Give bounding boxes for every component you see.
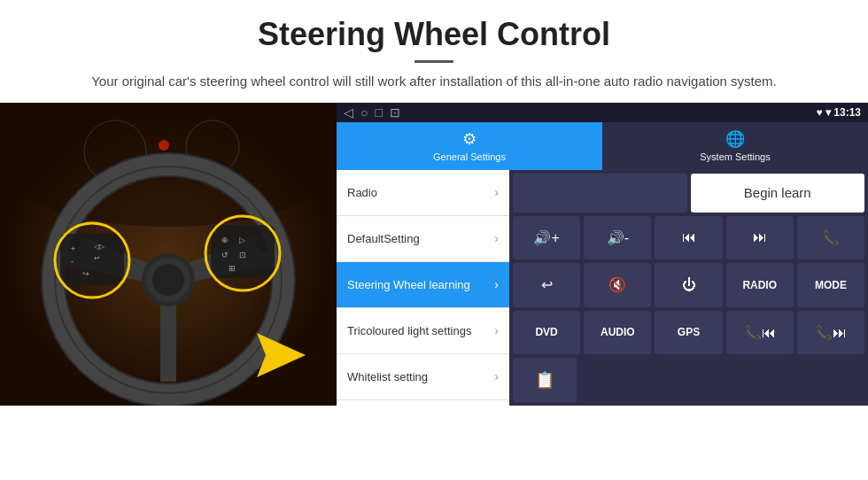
back-nav-icon[interactable]: ◁ <box>344 105 353 120</box>
svg-text:↪: ↪ <box>82 269 89 278</box>
menu-item-default-label: DefaultSetting <box>347 232 420 245</box>
menu-item-radio-label: Radio <box>347 186 377 199</box>
svg-text:⊕: ⊕ <box>221 236 229 244</box>
general-settings-icon: ⚙ <box>462 129 477 149</box>
phone-next-button[interactable]: 📞⏭ <box>797 311 864 355</box>
system-settings-icon: 🌐 <box>725 129 745 149</box>
menu-item-tricoloured-label: Tricoloured light settings <box>347 324 471 337</box>
chevron-icon-2: › <box>494 231 499 245</box>
android-ui: ◁ ○ □ ⊡ ♥ ▾ 13:13 ⚙ General Settings 🌐 S… <box>337 103 868 406</box>
controls-row-1: 🔊+ 🔊- ⏮ ⏭ 📞 <box>513 216 864 260</box>
vol-up-icon: 🔊+ <box>533 229 559 246</box>
svg-text:◁▷: ◁▷ <box>94 243 105 251</box>
prev-icon: ⏮ <box>682 229 696 245</box>
svg-point-4 <box>159 140 169 151</box>
phone-button[interactable]: 📞 <box>797 216 864 260</box>
begin-learn-button[interactable]: Begin learn <box>691 174 865 213</box>
begin-learn-row: Begin learn <box>513 174 864 213</box>
power-icon: ⏻ <box>682 277 696 293</box>
gps-label: GPS <box>678 326 700 338</box>
svg-text:↩: ↩ <box>94 254 100 262</box>
hang-up-icon: ↩ <box>541 276 553 293</box>
steering-wheel-container: + - ◁▷ ↩ ↪ ⊕ ▷ ↺ ⊡ ⊞ <box>0 103 337 406</box>
prev-track-button[interactable]: ⏮ <box>655 216 722 260</box>
page-subtitle: Your original car's steering wheel contr… <box>53 72 815 92</box>
chevron-icon-4: › <box>494 323 499 337</box>
right-controls-panel: Begin learn 🔊+ 🔊- ⏮ <box>509 170 868 406</box>
phone-prev-icon: 📞⏮ <box>744 324 776 341</box>
doc-button[interactable]: 📋 <box>513 358 577 402</box>
mute-icon: 🔇 <box>608 276 626 293</box>
svg-text:⊡: ⊡ <box>239 251 246 259</box>
menu-item-radio[interactable]: Radio › <box>337 170 509 216</box>
svg-point-10 <box>152 264 184 296</box>
clock: 13:13 <box>833 106 861 119</box>
chevron-icon-3: › <box>494 277 499 291</box>
chevron-icon: › <box>494 185 499 199</box>
svg-text:↺: ↺ <box>221 251 229 259</box>
controls-row-2: ↩ 🔇 ⏻ RADIO MODE <box>513 263 864 307</box>
audio-button[interactable]: AUDIO <box>584 311 651 355</box>
menu-item-steering-wheel[interactable]: Steering Wheel learning › <box>337 262 509 308</box>
title-divider <box>415 60 453 63</box>
doc-icon: 📋 <box>535 370 554 390</box>
chevron-icon-5: › <box>494 369 499 383</box>
menu-nav-icon[interactable]: ⊡ <box>390 105 400 120</box>
empty-input-box <box>513 174 687 213</box>
signal-icon: ♥ ▾ <box>816 106 830 119</box>
controls-row-3: DVD AUDIO GPS 📞⏮ 📞⏭ <box>513 311 864 355</box>
svg-text:▷: ▷ <box>239 236 245 244</box>
menu-item-whitelist[interactable]: Whitelist setting › <box>337 354 509 400</box>
menu-item-default-setting[interactable]: DefaultSetting › <box>337 216 509 262</box>
tab-system-label: System Settings <box>700 151 770 162</box>
next-icon: ⏭ <box>753 229 767 245</box>
steering-wheel-svg: + - ◁▷ ↩ ↪ ⊕ ▷ ↺ ⊡ ⊞ <box>0 103 337 406</box>
vol-down-icon: 🔊- <box>607 229 629 246</box>
car-image-section: + - ◁▷ ↩ ↪ ⊕ ▷ ↺ ⊡ ⊞ <box>0 103 337 406</box>
mode-label: MODE <box>815 279 847 291</box>
svg-text:+: + <box>71 244 75 253</box>
tab-system-settings[interactable]: 🌐 System Settings <box>602 122 868 170</box>
home-nav-icon[interactable]: ○ <box>360 105 368 120</box>
content-row: + - ◁▷ ↩ ↪ ⊕ ▷ ↺ ⊡ ⊞ <box>0 103 868 406</box>
tab-general-label: General Settings <box>433 151 506 162</box>
controls-row-4: 📋 <box>513 358 864 402</box>
controls-grid: 🔊+ 🔊- ⏮ ⏭ 📞 <box>513 216 864 402</box>
hang-up-button[interactable]: ↩ <box>513 263 580 307</box>
status-bar-right: ♥ ▾ 13:13 <box>816 106 861 119</box>
gps-button[interactable]: GPS <box>655 311 722 355</box>
radio-button[interactable]: RADIO <box>726 263 794 307</box>
next-track-button[interactable]: ⏭ <box>726 216 794 260</box>
menu-item-tricoloured[interactable]: Tricoloured light settings › <box>337 308 509 354</box>
status-bar: ◁ ○ □ ⊡ ♥ ▾ 13:13 <box>337 103 868 122</box>
menu-controls: Radio › DefaultSetting › Steering Wheel … <box>337 170 868 406</box>
menu-item-steering-label: Steering Wheel learning <box>347 278 470 291</box>
phone-prev-button[interactable]: 📞⏮ <box>726 311 794 355</box>
radio-label: RADIO <box>742 279 777 291</box>
svg-text:⊞: ⊞ <box>229 264 236 273</box>
power-button[interactable]: ⏻ <box>655 263 722 307</box>
mute-button[interactable]: 🔇 <box>584 263 651 307</box>
nav-icons: ◁ ○ □ ⊡ <box>344 105 400 120</box>
audio-label: AUDIO <box>601 326 635 338</box>
tab-general-settings[interactable]: ⚙ General Settings <box>337 122 602 170</box>
left-menu: Radio › DefaultSetting › Steering Wheel … <box>337 170 509 406</box>
recent-nav-icon[interactable]: □ <box>375 105 382 120</box>
phone-next-icon: 📞⏭ <box>815 324 847 341</box>
svg-text:-: - <box>71 257 74 266</box>
phone-icon: 📞 <box>822 229 840 246</box>
dvd-label: DVD <box>535 326 557 338</box>
vol-up-button[interactable]: 🔊+ <box>513 216 580 260</box>
menu-item-whitelist-label: Whitelist setting <box>347 370 428 383</box>
vol-down-button[interactable]: 🔊- <box>584 216 651 260</box>
dvd-button[interactable]: DVD <box>513 311 580 355</box>
svg-rect-11 <box>60 234 124 285</box>
header-section: Steering Wheel Control Your original car… <box>0 0 868 103</box>
page-title: Steering Wheel Control <box>53 16 815 53</box>
tab-bar: ⚙ General Settings 🌐 System Settings <box>337 122 868 170</box>
mode-button[interactable]: MODE <box>797 263 864 307</box>
